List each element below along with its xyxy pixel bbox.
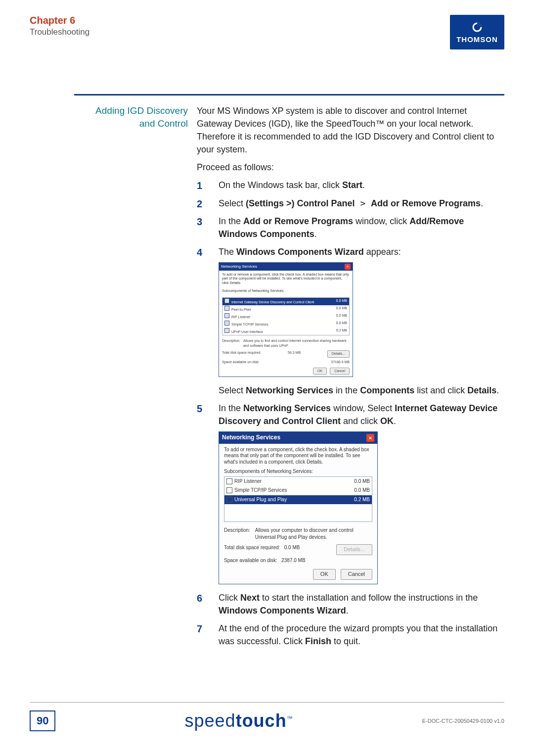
step-1: 1 On the Windows task bar, click Start.: [197, 179, 504, 191]
content-area: Adding IGD Discovery and Control Your MS…: [74, 94, 504, 653]
dialog-description: To add or remove a component, click the …: [219, 444, 377, 469]
checkbox-icon[interactable]: [226, 497, 232, 503]
list-item[interactable]: Internet Gateway Device Discovery and Co…: [222, 298, 349, 305]
close-icon[interactable]: ×: [345, 264, 351, 270]
space-available-row: Space available on disk:37180.9 MB: [219, 359, 353, 366]
step-6: 6 Click Next to start the installation a…: [197, 591, 504, 617]
dialog-buttons: OK Cancel: [219, 366, 353, 377]
section-heading-line2: and Control: [139, 118, 188, 129]
details-button[interactable]: Details...: [336, 544, 372, 555]
list-item[interactable]: RIP Listener0.0 MB: [222, 313, 349, 320]
section-heading-line1: Adding IGD Discovery: [95, 105, 188, 116]
space-available-row: Space available on disk: 2387.0 MB: [219, 557, 377, 567]
section-body: Your MS Windows XP system is able to dis…: [197, 104, 504, 653]
page: Chapter 6 Troubleshooting THOMSON Adding…: [0, 0, 534, 756]
details-button[interactable]: Details...: [327, 350, 350, 357]
step-7: 7 At the end of the procedure the wizard…: [197, 622, 504, 648]
chapter-subtitle: Troubleshooting: [30, 27, 89, 37]
checkbox-icon[interactable]: [224, 313, 229, 318]
step-text: Select (Settings >) Control Panel > Add …: [219, 198, 483, 208]
checkbox-icon[interactable]: [226, 478, 232, 484]
ok-button[interactable]: OK: [313, 569, 336, 580]
dialog-title: Networking Services: [221, 264, 257, 270]
step-number: 5: [197, 402, 202, 416]
step-text: At the end of the procedure the wizard p…: [219, 623, 497, 646]
component-list[interactable]: RIP Listener 0.0 MB Simple TCP/IP Servic…: [224, 476, 372, 522]
speedtouch-logo: speedtouch™: [185, 710, 293, 731]
step-text: The Windows Components Wizard appears:: [219, 247, 401, 257]
list-item[interactable]: RIP Listener 0.0 MB: [224, 477, 372, 486]
description-row: Description: Allows you to find and cont…: [219, 337, 353, 349]
checkbox-icon[interactable]: [224, 321, 229, 326]
checkbox-icon[interactable]: [224, 298, 229, 303]
dialog-subcomponents-label: Subcomponents of Networking Services:: [219, 287, 353, 295]
step-text: Click Next to start the installation and…: [219, 593, 478, 615]
list-item[interactable]: Peer-to-Peer0.0 MB: [222, 305, 349, 313]
windows-components-wizard-screenshot: Networking Services × To add or remove a…: [219, 262, 504, 377]
space-required-row: Total disk space required: 0.0 MB Detail…: [219, 544, 377, 557]
step-4: 4 The Windows Components Wizard appears:…: [197, 245, 504, 397]
thomson-logo: THOMSON: [450, 15, 504, 49]
section-heading: Adding IGD Discovery and Control: [74, 104, 188, 653]
list-item[interactable]: Simple TCP/IP Services0.0 MB: [222, 320, 349, 328]
page-number: 90: [30, 710, 55, 731]
component-list[interactable]: Internet Gateway Device Discovery and Co…: [222, 297, 350, 336]
checkbox-icon[interactable]: [224, 306, 229, 311]
page-header: Chapter 6 Troubleshooting THOMSON: [30, 15, 504, 49]
space-required-row: Total disk space required:56.3 MB Detail…: [219, 349, 353, 358]
close-icon[interactable]: ×: [366, 434, 374, 442]
cancel-button[interactable]: Cancel: [330, 368, 350, 375]
step-number: 4: [197, 245, 202, 260]
step-text-after: Select Networking Services in the Compon…: [219, 385, 499, 395]
chapter-block: Chapter 6 Troubleshooting: [30, 15, 89, 37]
step-number: 1: [197, 179, 202, 193]
list-item[interactable]: UPnP User Interface0.2 MB: [222, 328, 349, 335]
cancel-button[interactable]: Cancel: [341, 569, 372, 580]
step-2: 2 Select (Settings >) Control Panel > Ad…: [197, 197, 504, 210]
checkbox-icon[interactable]: [226, 487, 232, 493]
description-row: Description: Allows your computer to dis…: [219, 525, 377, 544]
proceed-label: Proceed as follows:: [197, 161, 504, 174]
list-item-selected[interactable]: Universal Plug and Play 0.2 MB: [224, 495, 372, 505]
step-5: 5 In the Networking Services window, Sel…: [197, 402, 504, 584]
step-text: In the Add or Remove Programs window, cl…: [219, 216, 464, 239]
page-footer: 90 speedtouch™ E-DOC-CTC-20050429-0100 v…: [30, 702, 504, 731]
checkbox-icon[interactable]: [224, 328, 229, 333]
dialog-networking-services: Networking Services × To add or remove a…: [219, 431, 378, 584]
thomson-swirl-icon: [471, 21, 483, 33]
step-text: In the Networking Services window, Selec…: [219, 403, 497, 426]
ok-button[interactable]: OK: [313, 368, 327, 375]
dialog-subcomponents-label: Subcomponents of Networking Services:: [219, 468, 377, 475]
networking-services-dialog-screenshot: Networking Services × To add or remove a…: [219, 431, 504, 584]
document-number: E-DOC-CTC-20050429-0100 v1.0: [422, 718, 504, 724]
dialog-title: Networking Services: [222, 433, 280, 442]
steps-list: 1 On the Windows task bar, click Start. …: [197, 179, 504, 648]
step-number: 7: [197, 622, 202, 636]
step-number: 3: [197, 215, 202, 229]
step-text: On the Windows task bar, click Start.: [219, 180, 365, 190]
step-number: 6: [197, 591, 202, 606]
step-3: 3 In the Add or Remove Programs window, …: [197, 215, 504, 240]
dialog-buttons: OK Cancel: [219, 566, 377, 584]
step-number: 2: [197, 197, 202, 211]
list-item[interactable]: Simple TCP/IP Services 0.0 MB: [224, 486, 372, 495]
dialog-titlebar: Networking Services ×: [219, 432, 377, 443]
dialog-description: To add or remove a component, click the …: [219, 271, 353, 287]
dialog-titlebar: Networking Services ×: [219, 263, 353, 271]
chapter-number: Chapter 6: [30, 15, 89, 26]
thomson-logo-text: THOMSON: [456, 35, 498, 44]
dialog-networking-services-small: Networking Services × To add or remove a…: [219, 262, 353, 377]
intro-paragraph: Your MS Windows XP system is able to dis…: [197, 104, 504, 156]
